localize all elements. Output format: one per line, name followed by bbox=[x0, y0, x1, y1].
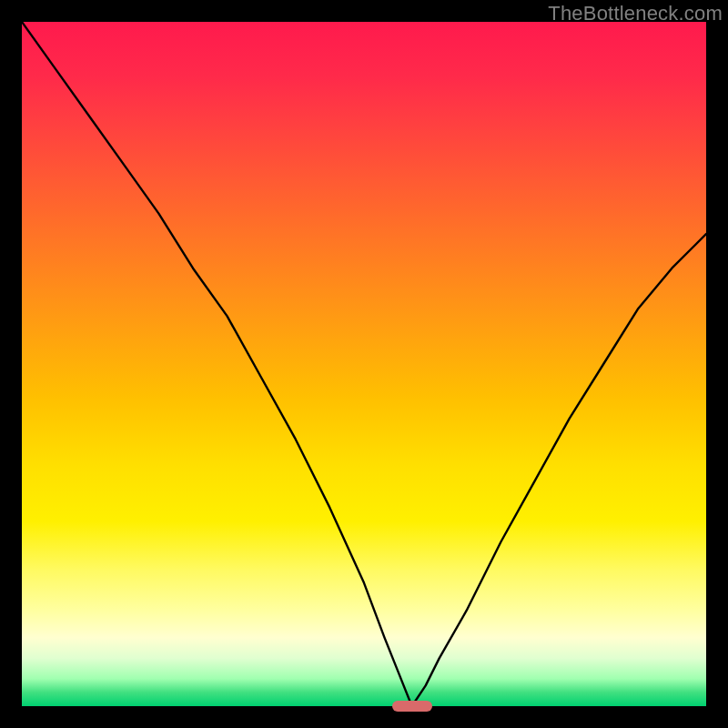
watermark-text: TheBottleneck.com bbox=[548, 2, 723, 25]
plot-area bbox=[22, 22, 706, 706]
chart-frame: TheBottleneck.com bbox=[0, 0, 728, 728]
optimal-point-marker bbox=[392, 701, 432, 712]
curve-svg bbox=[22, 22, 706, 706]
bottleneck-curve-line bbox=[22, 22, 706, 706]
